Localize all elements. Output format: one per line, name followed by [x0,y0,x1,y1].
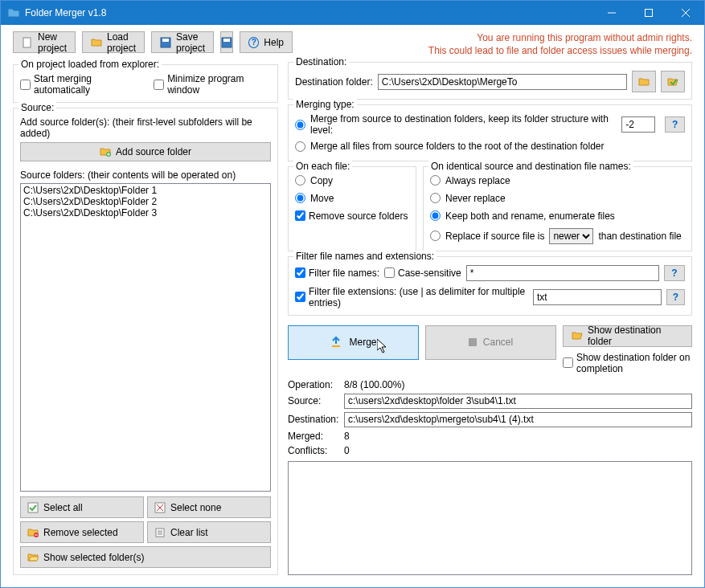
folder-open-icon [572,330,583,341]
new-project-button[interactable]: New project [13,31,76,53]
svg-rect-4 [23,38,31,47]
add-source-folder-button[interactable]: Add source folder [20,142,271,161]
conflicts-value: 0 [344,445,692,456]
app-icon [7,6,20,19]
dest-value [344,412,692,427]
clear-icon [154,527,166,538]
onload-group: On project loaded from explorer: Start m… [13,64,278,103]
window-title: Folder Merger v1.8 [25,7,106,18]
log-output[interactable] [288,461,692,575]
list-item[interactable]: C:\Users\2xD\Desktop\Folder 1 [22,185,269,196]
replace-if-radio[interactable]: Replace if source file is [430,231,544,242]
stop-icon [469,338,477,346]
start-auto-checkbox[interactable]: Start merging automatically [20,73,142,96]
on-each-file-group: On each file: Copy Move Remove source fo… [288,166,416,251]
merge-type-group: Merging type: Merge from source to desti… [288,104,692,161]
select-none-icon [154,502,166,513]
merged-label: Merged: [288,431,344,442]
dest-folder-label: Destination folder: [295,76,373,88]
admin-warning: You are running this program without adm… [288,31,692,57]
identical-names-group: On identical source and destination file… [423,166,692,251]
remove-selected-button[interactable]: Remove selected [20,521,144,543]
dest-folder-input[interactable] [378,74,627,90]
minimize-button[interactable] [593,1,630,25]
never-replace-radio[interactable]: Never replace [430,193,506,204]
merged-value: 8 [344,431,692,442]
save-unnamed-button[interactable] [220,31,233,53]
help-button[interactable]: ? Help [240,31,293,53]
svg-rect-1 [646,10,653,17]
remove-source-checkbox[interactable]: Remove source folders [295,210,408,222]
filter-names-checkbox[interactable]: Filter file names: [295,267,379,279]
filter-names-input[interactable] [466,265,659,281]
filter-ext-input[interactable] [533,289,662,305]
structure-level-input[interactable] [621,116,655,133]
show-on-completion-checkbox[interactable]: Show destination folder on completion [563,352,692,374]
titlebar: Folder Merger v1.8 [1,1,704,25]
dest-label: Destination: [288,414,344,425]
operation-label: Operation: [288,379,344,390]
folder-open-icon [27,552,39,563]
save-icon [160,37,171,48]
source-label: Source: [288,395,344,406]
svg-rect-12 [28,503,38,512]
merge-keep-structure-radio[interactable]: Merge from source to destination folders… [295,113,617,136]
list-item[interactable]: C:\Users\2xD\Desktop\Folder 3 [22,207,269,218]
show-dest-folder-button[interactable]: Show destination folder [563,325,692,347]
svg-rect-23 [469,338,477,346]
filter-group: Filter file names and extensions: Filter… [288,256,692,316]
move-radio[interactable]: Move [295,193,334,204]
maximize-button[interactable] [630,1,667,25]
browse-dest-button[interactable] [632,71,656,92]
source-list-label: Source folders: (their contents will be … [20,169,271,181]
filter-ext-checkbox[interactable]: Filter file extensions: (use | as delimi… [295,286,528,308]
clear-list-button[interactable]: Clear list [147,521,271,543]
case-sensitive-checkbox[interactable]: Case-sensitive [384,267,461,279]
list-item[interactable]: C:\Users\2xD\Desktop\Folder 2 [22,196,269,207]
filter-names-help-button[interactable]: ? [664,265,685,281]
file-icon [22,37,33,48]
cancel-button[interactable]: Cancel [425,325,556,360]
select-all-icon [27,502,39,513]
source-folders-list[interactable]: C:\Users\2xD\Desktop\Folder 1 C:\Users\2… [20,183,271,492]
merge-type-help-button[interactable]: ? [665,116,685,133]
always-replace-radio[interactable]: Always replace [430,175,510,186]
show-selected-folders-button[interactable]: Show selected folder(s) [20,546,271,568]
svg-rect-6 [162,39,169,42]
merge-icon [330,336,342,349]
conflicts-label: Conflicts: [288,445,344,456]
compare-select[interactable]: newer [549,228,593,244]
folder-open-icon [91,37,102,48]
open-dest-button[interactable] [661,71,685,92]
keep-both-radio[interactable]: Keep both and rename, enumerate files [430,210,615,222]
svg-rect-8 [223,39,230,42]
filter-ext-help-button[interactable]: ? [666,289,685,305]
help-icon: ? [248,37,259,48]
remove-icon [27,527,39,538]
source-group: Source: Add source folder(s): (their fir… [13,108,278,575]
cursor-icon [377,339,390,355]
select-none-button[interactable]: Select none [147,496,271,518]
close-button[interactable] [667,1,704,25]
merge-to-root-radio[interactable]: Merge all files from source folders to t… [295,141,605,152]
copy-radio[interactable]: Copy [295,175,333,186]
minimize-window-checkbox[interactable]: Minimize program window [154,73,271,96]
select-all-button[interactable]: Select all [20,496,144,518]
merge-button[interactable]: Merge [288,325,419,360]
destination-group: Destination: Destination folder: [288,62,692,100]
folder-add-icon [100,146,111,157]
source-value [344,394,692,409]
operation-value: 8/8 (100.00%) [344,379,692,390]
load-project-button[interactable]: Load project [82,31,145,53]
add-source-hint: Add source folder(s): (their first-level… [20,116,271,139]
save-project-button[interactable]: Save project [151,31,214,53]
